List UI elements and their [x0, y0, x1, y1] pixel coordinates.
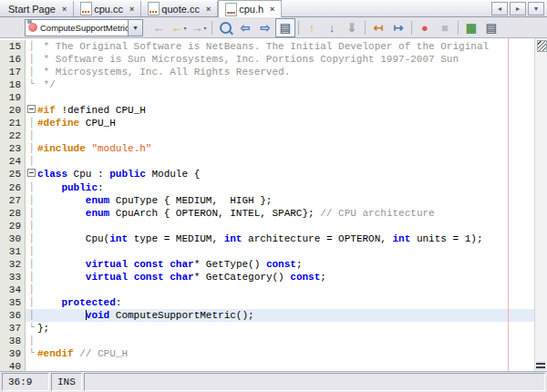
- line-number[interactable]: 36: [0, 309, 26, 322]
- code-line[interactable]: 38│: [0, 335, 534, 347]
- tab-cpu-h[interactable]: cpu.h×: [218, 0, 282, 17]
- tab-quote-cc[interactable]: quote.cc×: [141, 1, 218, 16]
- toggle-highlight-search-icon[interactable]: ▤: [275, 18, 295, 37]
- fold-marker[interactable]: │: [26, 155, 37, 168]
- fold-marker[interactable]: │: [26, 66, 37, 78]
- fold-marker[interactable]: │: [26, 207, 37, 220]
- line-number[interactable]: 39: [0, 347, 26, 360]
- code-line[interactable]: 23│#include "module.h": [0, 142, 534, 155]
- navigate-back-icon[interactable]: ←▾: [169, 18, 189, 37]
- shift-line-right-icon[interactable]: ↦: [388, 18, 408, 37]
- fold-marker[interactable]: │: [26, 296, 37, 309]
- record-macro-icon[interactable]: ●: [415, 18, 435, 37]
- uncomment-icon[interactable]: ▤: [481, 18, 501, 37]
- fold-marker[interactable]: │: [26, 232, 37, 245]
- line-number[interactable]: 25: [0, 168, 26, 181]
- fold-marker[interactable]: │: [26, 53, 37, 66]
- code-line[interactable]: 29│: [0, 220, 534, 232]
- fold-marker[interactable]: └: [26, 347, 37, 360]
- line-number[interactable]: 26: [0, 181, 26, 194]
- fold-marker[interactable]: │: [26, 40, 37, 53]
- find-next-occurrence-icon[interactable]: ⇨: [255, 18, 275, 37]
- code-line[interactable]: 32│ virtual const char* GetType() const;: [0, 258, 534, 271]
- code-line[interactable]: 24│: [0, 155, 534, 168]
- fold-marker[interactable]: │: [26, 271, 37, 284]
- code-line[interactable]: 27│ enum CpuType { MEDIUM, HIGH };: [0, 194, 534, 207]
- code-line[interactable]: 40: [0, 360, 534, 371]
- navigate-forward-icon[interactable]: →▾: [189, 18, 209, 37]
- previous-bookmark-icon[interactable]: ↑: [302, 18, 322, 37]
- code-line[interactable]: 20#if !defined CPU_H: [0, 104, 534, 117]
- fold-marker[interactable]: └: [26, 322, 37, 335]
- line-number[interactable]: 28: [0, 207, 26, 220]
- fold-marker[interactable]: │: [26, 129, 37, 142]
- stop-macro-icon[interactable]: ■: [435, 18, 455, 37]
- line-number[interactable]: 23: [0, 142, 26, 155]
- fold-marker[interactable]: [26, 91, 37, 104]
- fold-marker[interactable]: │: [26, 181, 37, 194]
- shift-line-left-icon[interactable]: ↤: [368, 18, 388, 37]
- tab-list-dropdown-button[interactable]: ▾: [528, 2, 544, 15]
- code-line[interactable]: 19: [0, 91, 534, 104]
- tab-start-page[interactable]: Start Page×: [0, 1, 74, 16]
- fold-marker[interactable]: │: [26, 309, 37, 322]
- tab-cpu-cc[interactable]: cpu.cc×: [74, 1, 141, 16]
- code-line[interactable]: 35│ protected:: [0, 296, 534, 309]
- line-number[interactable]: 19: [0, 91, 26, 104]
- line-number[interactable]: 31: [0, 245, 26, 258]
- code-line[interactable]: 31│: [0, 245, 534, 258]
- code-line[interactable]: 21│#define CPU_H: [0, 117, 534, 129]
- line-number[interactable]: 20: [0, 104, 26, 117]
- line-number[interactable]: 38: [0, 335, 26, 347]
- fold-marker[interactable]: │: [26, 142, 37, 155]
- code-line[interactable]: 16│ * Software is Sun Microsystems, Inc.…: [0, 53, 534, 66]
- line-number[interactable]: 35: [0, 296, 26, 309]
- next-usage-icon[interactable]: ⇓: [342, 18, 362, 37]
- fold-marker[interactable]: │: [26, 335, 37, 347]
- error-stripe[interactable]: [534, 38, 547, 371]
- line-number[interactable]: 33: [0, 271, 26, 284]
- next-bookmark-icon[interactable]: ↓: [322, 18, 342, 37]
- code-line[interactable]: 36│ void ComputeSupportMetric();: [0, 309, 534, 322]
- code-line[interactable]: 15│ * The Original Software is NetBeans.…: [0, 40, 534, 53]
- code-line[interactable]: 17│ * Microsystems, Inc. All Rights Rese…: [0, 66, 534, 78]
- fold-marker[interactable]: │: [26, 117, 37, 129]
- code-editor[interactable]: 15│ * The Original Software is NetBeans.…: [0, 38, 547, 371]
- line-number[interactable]: 37: [0, 322, 26, 335]
- fold-marker[interactable]: [26, 360, 37, 371]
- insert-mode-indicator[interactable]: INS: [51, 373, 82, 391]
- symbol-selector-combo[interactable]: ComputeSupportMetric() ▼: [25, 19, 143, 36]
- fold-marker[interactable]: [26, 168, 37, 181]
- find-icon[interactable]: [215, 18, 235, 37]
- line-number[interactable]: 15: [0, 40, 26, 53]
- scroll-tabs-left-button[interactable]: ◂: [491, 2, 508, 15]
- code-line[interactable]: 39└#endif // CPU_H: [0, 347, 534, 360]
- code-line[interactable]: 18└ */: [0, 78, 534, 91]
- line-number[interactable]: 30: [0, 232, 26, 245]
- code-line[interactable]: 28│ enum CpuArch { OPTERON, INTEL, SPARC…: [0, 207, 534, 220]
- line-number[interactable]: 21: [0, 117, 26, 129]
- fold-marker[interactable]: │: [26, 258, 37, 271]
- fold-marker[interactable]: └: [26, 78, 37, 91]
- fold-marker[interactable]: │: [26, 284, 37, 296]
- code-line[interactable]: 30│ Cpu(int type = MEDIUM, int architect…: [0, 232, 534, 245]
- scroll-tabs-right-button[interactable]: ▸: [510, 2, 526, 15]
- tab-close-icon[interactable]: ×: [62, 5, 67, 14]
- line-number[interactable]: 17: [0, 66, 26, 78]
- find-previous-occurrence-icon[interactable]: ⇦: [235, 18, 255, 37]
- tab-close-icon[interactable]: ×: [129, 5, 134, 14]
- tab-close-icon[interactable]: ×: [270, 5, 274, 14]
- code-line[interactable]: 22│: [0, 129, 534, 142]
- line-number[interactable]: 22: [0, 129, 26, 142]
- line-number[interactable]: 29: [0, 220, 26, 232]
- tab-close-icon[interactable]: ×: [206, 5, 211, 14]
- navigate-back-disabled-icon[interactable]: ←: [149, 18, 169, 37]
- code-line[interactable]: 25class Cpu : public Module {: [0, 168, 534, 181]
- code-line[interactable]: 33│ virtual const char* GetCategory() co…: [0, 271, 534, 284]
- fold-marker[interactable]: [26, 104, 37, 117]
- line-number[interactable]: 27: [0, 194, 26, 207]
- combo-dropdown-button[interactable]: ▼: [128, 20, 142, 36]
- line-number[interactable]: 24: [0, 155, 26, 168]
- code-line[interactable]: 37└};: [0, 322, 534, 335]
- line-number[interactable]: 34: [0, 284, 26, 296]
